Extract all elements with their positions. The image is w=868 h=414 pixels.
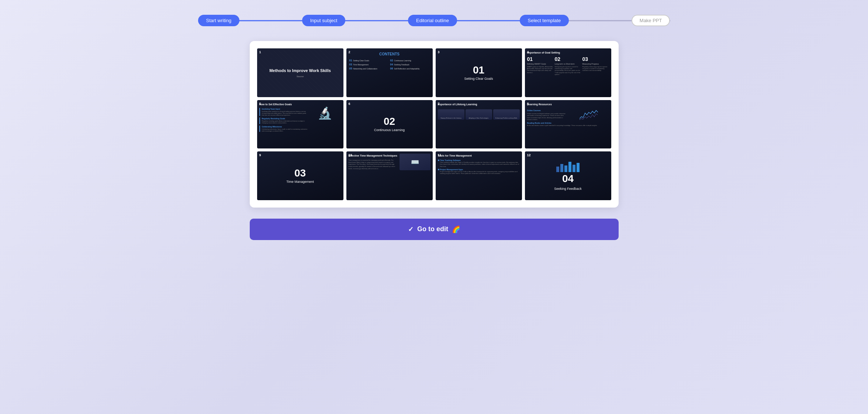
slide-9-bignum: 03 [294, 168, 306, 178]
edit-button-label: Go to edit [417, 225, 448, 233]
slide-10-text: Time management is essential for managin… [349, 159, 399, 170]
slide-10-title: Effective Time Management Techniques [349, 154, 399, 157]
slide-5[interactable]: 5 How to Set Effective Goals Involving T… [257, 100, 343, 149]
slide-4-cols: 01 Defining SMART Goals SMART goals are … [527, 56, 609, 75]
slide-12-biglabel: Seeking Feedback [554, 187, 582, 191]
slide-12[interactable]: 12 04 Seeking Feedback [525, 151, 611, 200]
step-label-make-ppt: Make PPT [632, 15, 670, 26]
slide-num-12: 12 [527, 153, 531, 157]
slides-container: 1 Methods to Improve Work Skills Source … [250, 41, 619, 208]
step-label-editorial-outline: Editorial outline [408, 15, 457, 26]
step-label-start-writing: Start writing [198, 15, 240, 26]
slide-2-heading: CONTENTS [349, 52, 430, 56]
edit-button-emoji: 🌈 [452, 225, 460, 233]
slide-num-4: 4 [527, 50, 529, 54]
edit-button-checkmark: ✓ [408, 225, 414, 233]
slide-8[interactable]: 8 Learning Resources Online Courses Onli… [525, 100, 611, 149]
slide-num-6: 6 [349, 102, 350, 106]
slide-8-title: Learning Resources [527, 103, 552, 106]
slide-1[interactable]: 1 Methods to Improve Work Skills Source [257, 48, 343, 97]
contents-item-2: 02 Continuous Learning [390, 59, 430, 62]
slide-11[interactable]: 11 Tools for Time Management Time Tracki… [436, 151, 522, 200]
step-input-subject[interactable]: Input subject [302, 15, 346, 26]
slide-7[interactable]: 7 Importance of Lifelong Learning Stayin… [436, 100, 522, 149]
bar-chart [556, 161, 580, 172]
slide-10-image: ⌨️ [400, 154, 430, 170]
slide-12-bignum: 04 [562, 174, 574, 184]
slide-11-title: Tools for Time Management [438, 154, 472, 157]
slide-1-subtitle: Source [297, 75, 304, 78]
slide-3-bignum: 01 [473, 65, 484, 75]
slide-num-10: 10 [349, 153, 352, 157]
wave-chart [580, 109, 598, 120]
microscope-illustration: 🔬 [318, 106, 332, 120]
contents-item-4: 04 Seeking Feedback [390, 63, 430, 66]
contents-item-1: 01 Setting Clear Goals [349, 59, 389, 62]
slide-7-title: Importance of Lifelong Learning [438, 103, 477, 106]
slide-2-contents: 01 Setting Clear Goals 02 Continuous Lea… [349, 59, 430, 70]
slide-6[interactable]: 6 02 Continuous Learning [346, 100, 433, 149]
slide-6-biglabel: Continuous Learning [374, 128, 405, 132]
slide-4[interactable]: 4 Importance of Goal Setting 01 Defining… [525, 48, 611, 97]
slide-num-9: 9 [259, 153, 261, 157]
slide-9-biglabel: Time Management [286, 180, 314, 184]
slide-1-title: Methods to Improve Work Skills [269, 68, 331, 73]
step-select-template[interactable]: Select template [520, 15, 569, 26]
slide-num-8: 8 [527, 102, 529, 106]
step-label-select-template: Select template [520, 15, 569, 26]
slide-2[interactable]: 2 CONTENTS 01 Setting Clear Goals 02 Con… [346, 48, 433, 97]
slide-10[interactable]: 10 Effective Time Management Techniques … [346, 151, 433, 200]
slide-num-7: 7 [438, 102, 440, 106]
slide-9[interactable]: 9 03 Time Management [257, 151, 343, 200]
slide-3[interactable]: 3 01 Setting Clear Goals [436, 48, 522, 97]
slide-num-1: 1 [259, 50, 261, 54]
progress-steps: Start writing Input subject Editorial ou… [198, 15, 670, 26]
contents-item-3: 03 Time Management [349, 63, 389, 66]
slide-7-images: Staying Relevant in the Industry Adaptin… [438, 109, 520, 120]
slide-3-biglabel: Setting Clear Goals [464, 77, 493, 81]
slide-num-2: 2 [349, 50, 350, 54]
progress-bar: Start writing Input subject Editorial ou… [176, 15, 692, 26]
go-to-edit-button[interactable]: ✓ Go to edit 🌈 [250, 219, 619, 240]
slide-4-title: Importance of Goal Setting [527, 51, 560, 54]
step-label-input-subject: Input subject [302, 15, 346, 26]
step-editorial-outline[interactable]: Editorial outline [408, 15, 457, 26]
slide-6-bignum: 02 [384, 116, 395, 127]
step-start-writing[interactable]: Start writing [198, 15, 240, 26]
slide-num-5: 5 [259, 102, 261, 106]
contents-item-6: 06 Self-Reflection and Adaptability [390, 67, 430, 70]
slides-grid: 1 Methods to Improve Work Skills Source … [257, 48, 611, 200]
step-make-ppt[interactable]: Make PPT [632, 15, 670, 26]
slide-num-3: 3 [438, 50, 440, 54]
slide-5-title: How to Set Effective Goals [259, 103, 308, 106]
contents-item-5: 05 Networking and Collaboration [349, 67, 389, 70]
slide-num-11: 11 [438, 153, 442, 157]
slide-8-resources: Online Courses Online courses and digita… [527, 109, 609, 121]
